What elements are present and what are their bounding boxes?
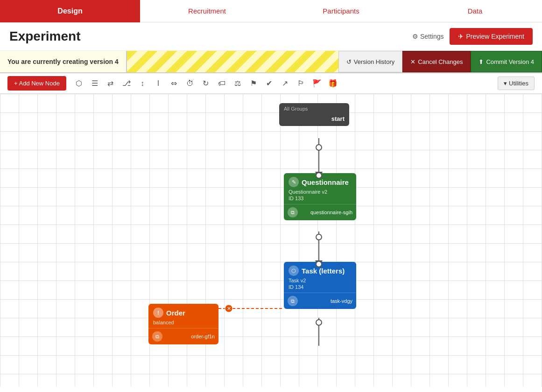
add-node-button[interactable]: + Add New Node — [7, 76, 66, 91]
shuffle-icon[interactable]: ⇄ — [104, 77, 118, 91]
svg-point-4 — [225, 305, 232, 312]
utilities-button[interactable]: ▾ Utilities — [498, 77, 535, 90]
nav-data[interactable]: Data — [408, 7, 542, 15]
upload-icon: ⬆ — [479, 58, 484, 65]
settings-link[interactable]: ⚙ Settings — [412, 33, 444, 40]
toolbar: + Add New Node ⬡ ☰ ⇄ ⎇ ↕ I ⇔ ⏱ ↻ 🏷 ⚖ ⚑ ✔… — [0, 73, 542, 94]
page-title: Experiment — [9, 29, 412, 44]
version-text: You are currently creating version 4 — [0, 51, 127, 72]
scale-icon[interactable]: ⚖ — [231, 77, 245, 91]
copy-icon-t[interactable]: ⧉ — [288, 296, 298, 306]
arrows-icon[interactable]: ⇔ — [167, 77, 181, 91]
close-icon: ✕ — [410, 58, 415, 65]
list-icon[interactable]: ☰ — [88, 77, 102, 91]
preview-experiment-button[interactable]: ✈ Preview Experiment — [450, 28, 533, 45]
order-icon: ! — [153, 308, 163, 318]
cube-icon[interactable]: ⬡ — [72, 77, 86, 91]
refresh-icon[interactable]: ↻ — [199, 77, 213, 91]
flag-filled-icon[interactable]: 🚩 — [310, 77, 324, 91]
version-actions: ↺ Version History ✕ Cancel Changes ⬆ Com… — [338, 51, 542, 72]
order-node[interactable]: ! Order balanced ⧉ order-gf1n — [148, 304, 218, 344]
nav-participants[interactable]: Participants — [274, 7, 408, 15]
gift-icon[interactable]: 🎁 — [326, 77, 340, 91]
start-group-label: All Groups — [284, 106, 308, 112]
share-icon[interactable]: ⎇ — [120, 77, 134, 91]
dropdown-icon: ▾ — [504, 80, 507, 87]
flag-outline-icon[interactable]: ⚑ — [246, 77, 260, 91]
questionnaire-icon: ✎ — [289, 177, 299, 187]
version-history-button[interactable]: ↺ Version History — [338, 51, 402, 72]
connectors-svg: ✕ — [0, 94, 542, 387]
text-icon[interactable]: I — [151, 77, 165, 91]
send-icon: ✈ — [458, 33, 464, 40]
task-node[interactable]: ⬡ Task (letters) Task v2 ID 134 ⧉ task-v… — [284, 262, 356, 309]
svg-text:✕: ✕ — [227, 306, 231, 311]
q-top-connector — [316, 172, 322, 179]
check-icon[interactable]: ✔ — [262, 77, 276, 91]
copy-icon-o[interactable]: ⧉ — [152, 331, 162, 342]
flag-icon[interactable]: 🏳 — [294, 77, 308, 91]
start-connector-dot — [316, 144, 322, 151]
tag-icon[interactable]: 🏷 — [215, 77, 229, 91]
clock-icon[interactable]: ⏱ — [183, 77, 197, 91]
top-nav: Design Recruitment Participants Data — [0, 0, 542, 22]
history-icon: ↺ — [346, 58, 352, 65]
header: Experiment ⚙ Settings ✈ Preview Experime… — [0, 22, 542, 51]
questionnaire-node[interactable]: ✎ Questionnaire Questionnaire v2 ID 133 … — [284, 173, 356, 220]
canvas: ✕ All Groups start ✎ Questionnaire Quest… — [0, 94, 542, 387]
nav-recruitment[interactable]: Recruitment — [140, 7, 274, 15]
copy-icon-q[interactable]: ⧉ — [288, 207, 298, 217]
commit-version-button[interactable]: ⬆ Commit Version 4 — [471, 51, 542, 72]
header-actions: ⚙ Settings ✈ Preview Experiment — [412, 28, 533, 45]
task-icon: ⬡ — [289, 266, 299, 276]
version-banner: You are currently creating version 4 ↺ V… — [0, 51, 542, 73]
gear-icon: ⚙ — [412, 33, 418, 40]
sort-icon[interactable]: ↕ — [135, 77, 149, 91]
start-label: start — [279, 113, 349, 126]
q-bottom-connector — [316, 234, 322, 240]
cancel-changes-button[interactable]: ✕ Cancel Changes — [402, 51, 471, 72]
start-node[interactable]: All Groups start — [279, 103, 349, 126]
task-bottom-connector — [316, 319, 322, 326]
external-icon[interactable]: ↗ — [278, 77, 292, 91]
task-top-connector — [316, 261, 322, 267]
nav-design[interactable]: Design — [0, 0, 140, 22]
